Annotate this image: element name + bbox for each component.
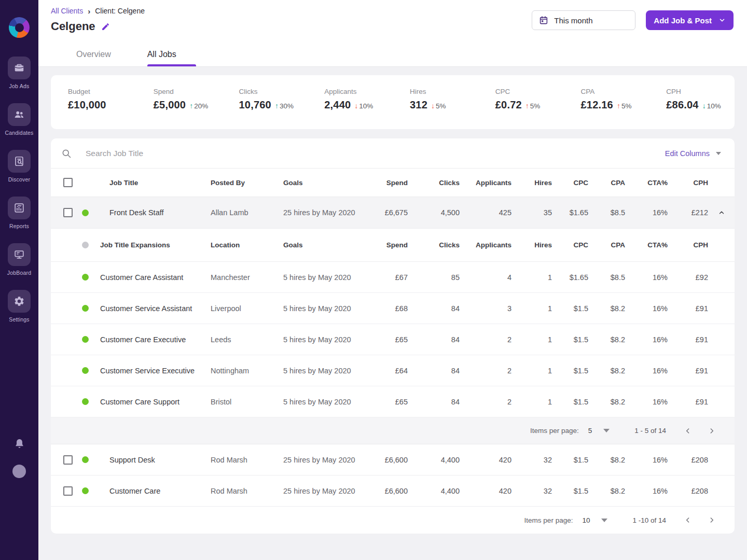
topbar-actions: This month Add Job & Post bbox=[532, 10, 734, 30]
job-row-support-desk[interactable]: Support Desk Rod Marsh 25 hires by May 2… bbox=[51, 444, 735, 475]
col-hires: Hires bbox=[511, 179, 552, 187]
cph: £208 bbox=[668, 456, 708, 464]
expansion-header-row: Job Title Expansions Location Goals Spen… bbox=[51, 229, 735, 262]
goals: 25 hires by May 2020 bbox=[268, 208, 361, 217]
cpc: $1.5 bbox=[552, 335, 588, 344]
sidebar-item-candidates[interactable]: Candidates bbox=[5, 103, 33, 136]
cph: £91 bbox=[668, 335, 708, 344]
stat-value: £5,000 bbox=[154, 99, 186, 111]
job-row-front-desk-staff[interactable]: Front Desk Staff Allan Lamb 25 hires by … bbox=[51, 197, 735, 229]
notification-bell-icon[interactable] bbox=[13, 438, 25, 452]
clicks: 85 bbox=[408, 273, 460, 282]
clicks: 84 bbox=[408, 398, 460, 406]
expansion-row-customer-service-executive[interactable]: Customer Service Executive Nottingham 5 … bbox=[51, 355, 735, 386]
sidebar-item-label: Discover bbox=[8, 176, 30, 183]
collapse-chevron-up-icon[interactable] bbox=[708, 209, 735, 216]
stat-value: £10,000 bbox=[68, 99, 106, 111]
table-search-row: Edit Columns bbox=[51, 138, 735, 168]
cpa: $8.5 bbox=[588, 273, 625, 282]
add-job-post-button[interactable]: Add Job & Post bbox=[646, 10, 734, 30]
stat-label: CPC bbox=[495, 88, 564, 95]
stat-change: ↑5% bbox=[617, 102, 632, 110]
search-job-title-input[interactable] bbox=[86, 149, 665, 158]
caret-down-icon[interactable] bbox=[601, 519, 607, 522]
stat-budget: Budget £10,000 bbox=[51, 75, 136, 129]
stat-label: Spend bbox=[154, 88, 222, 95]
breadcrumb-all-clients-link[interactable]: All Clients bbox=[51, 7, 83, 15]
stat-label: CPA bbox=[581, 88, 649, 95]
prev-page-chevron-icon[interactable] bbox=[682, 514, 694, 526]
spend: £6,600 bbox=[361, 487, 408, 495]
edit-pencil-icon[interactable] bbox=[101, 22, 110, 31]
date-range-selector[interactable]: This month bbox=[532, 10, 635, 30]
app-logo[interactable] bbox=[9, 17, 30, 38]
expansion-row-customer-care-support[interactable]: Customer Care Support Bristol 5 hires by… bbox=[51, 386, 735, 417]
col-posted-by: Posted By bbox=[195, 179, 268, 187]
trend-arrow-icon: ↑ bbox=[525, 102, 529, 110]
edit-columns-button[interactable]: Edit Columns bbox=[665, 149, 721, 158]
tab-overview[interactable]: Overview bbox=[76, 42, 114, 66]
col-cta: CTA% bbox=[625, 179, 668, 187]
stat-value: 10,760 bbox=[239, 99, 271, 111]
status-dot bbox=[82, 487, 89, 494]
col-cpc: CPC bbox=[552, 179, 588, 187]
cta: 16% bbox=[625, 335, 668, 344]
sidebar-item-label: Settings bbox=[9, 316, 30, 323]
caret-down-icon[interactable] bbox=[603, 429, 610, 432]
chevron-down-icon bbox=[718, 17, 726, 24]
expansion-title: Customer Care Executive bbox=[93, 335, 195, 344]
job-row-customer-care[interactable]: Customer Care Rod Marsh 25 hires by May … bbox=[51, 475, 735, 507]
sidebar-item-label: Candidates bbox=[5, 130, 33, 136]
posted-by: Rod Marsh bbox=[195, 487, 268, 495]
trend-arrow-icon: ↑ bbox=[617, 102, 620, 110]
stat-change: ↑5% bbox=[525, 102, 541, 110]
sidebar-nav: Job Ads Candidates Discover Reports JobB… bbox=[5, 57, 33, 323]
next-page-chevron-icon[interactable] bbox=[706, 425, 718, 437]
select-all-checkbox[interactable] bbox=[63, 178, 73, 187]
sidebar-item-job-ads[interactable]: Job Ads bbox=[8, 57, 31, 89]
bar-chart-icon bbox=[8, 197, 31, 219]
hires: 1 bbox=[511, 398, 552, 406]
expansion-title: Customer Service Assistant bbox=[93, 304, 195, 313]
cph: £91 bbox=[668, 304, 708, 313]
stat-change: ↓5% bbox=[431, 102, 446, 110]
add-job-post-label: Add Job & Post bbox=[654, 16, 712, 25]
clicks: 84 bbox=[408, 335, 460, 344]
location: Manchester bbox=[195, 273, 268, 282]
sidebar-item-jobboard[interactable]: JobBoard bbox=[7, 243, 32, 276]
clicks: 84 bbox=[408, 367, 460, 375]
sidebar-item-reports[interactable]: Reports bbox=[8, 197, 31, 229]
trend-arrow-icon: ↑ bbox=[189, 102, 193, 110]
sidebar-item-discover[interactable]: Discover bbox=[8, 150, 31, 183]
expansion-row-customer-care-assistant[interactable]: Customer Care Assistant Manchester 5 hir… bbox=[51, 262, 735, 293]
user-avatar[interactable] bbox=[12, 465, 26, 478]
col-cpc: CPC bbox=[552, 241, 588, 249]
applicants: 2 bbox=[460, 335, 511, 344]
cph: £92 bbox=[668, 273, 708, 282]
row-checkbox[interactable] bbox=[63, 455, 73, 465]
prev-page-chevron-icon[interactable] bbox=[682, 425, 694, 437]
trend-arrow-icon: ↓ bbox=[702, 102, 706, 110]
caret-down-icon bbox=[716, 152, 721, 155]
items-per-page-select[interactable]: 10 bbox=[582, 516, 590, 524]
expansion-row-customer-service-assistant[interactable]: Customer Service Assistant Liverpool 5 h… bbox=[51, 293, 735, 324]
applicants: 425 bbox=[460, 208, 511, 217]
cph: £208 bbox=[668, 487, 708, 495]
stat-value: 2,440 bbox=[324, 99, 351, 111]
tab-all-jobs[interactable]: All Jobs bbox=[147, 42, 179, 66]
main-area: All Clients › Client: Celgene Celgene Th… bbox=[38, 0, 747, 560]
items-per-page-select[interactable]: 5 bbox=[588, 427, 592, 435]
stat-label: Applicants bbox=[324, 88, 393, 95]
page-range: 1 -10 of 14 bbox=[632, 516, 666, 524]
monitor-icon bbox=[8, 243, 31, 266]
row-checkbox[interactable] bbox=[63, 486, 73, 496]
expansion-row-customer-care-executive[interactable]: Customer Care Executive Leeds 5 hires by… bbox=[51, 324, 735, 355]
sidebar-item-settings[interactable]: Settings bbox=[8, 290, 31, 323]
stat-value: 312 bbox=[410, 99, 427, 111]
job-title: Front Desk Staff bbox=[93, 208, 195, 217]
next-page-chevron-icon[interactable] bbox=[706, 514, 718, 526]
cpa: $8.2 bbox=[588, 335, 625, 344]
col-hires: Hires bbox=[511, 241, 552, 249]
trend-arrow-icon: ↓ bbox=[354, 102, 358, 110]
row-checkbox[interactable] bbox=[63, 208, 73, 217]
